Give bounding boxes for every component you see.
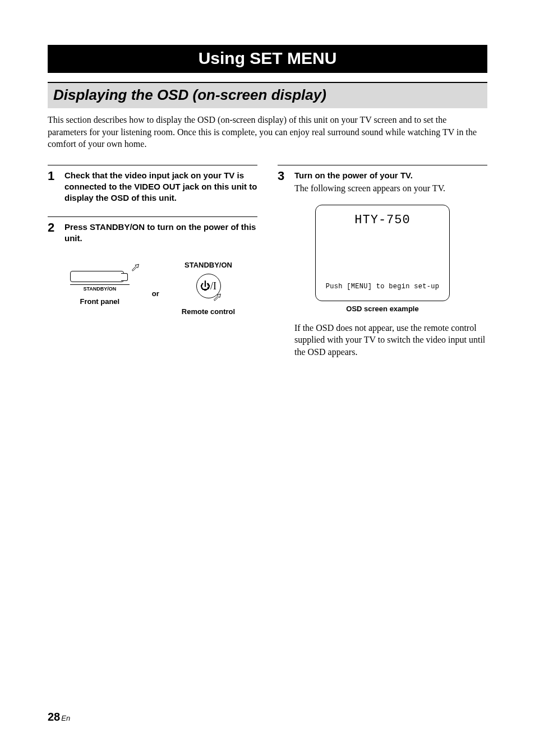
pointer-arrow-icon [131,262,140,271]
page-number: 28 [48,711,60,723]
right-column: 3 Turn on the power of your TV. The foll… [278,165,487,371]
step-2-illustration: STANDBY/ON Front panel or STANDBY/ON ⏻/I… [48,261,257,316]
step-instruction: Turn on the power of your TV. [294,170,445,181]
front-panel-caption: Front panel [80,297,119,306]
step-1: 1 Check that the video input jack on you… [48,165,257,204]
step-3-followup: If the OSD does not appear, use the remo… [294,322,487,358]
front-panel-button-drawing: STANDBY/ON [70,271,130,292]
step-number: 3 [278,170,287,182]
intro-paragraph: This section describes how to display th… [48,114,487,150]
osd-prompt-text: Push [MENU] to begin set-up [326,283,440,291]
step-number: 1 [48,170,57,182]
section-title: Displaying the OSD (on-screen display) [48,82,487,108]
chapter-title: Using SET MENU [48,45,487,73]
step-2: 2 Press STANDBY/ON to turn on the power … [48,216,257,316]
or-separator: or [152,289,159,298]
step-number: 2 [48,222,57,234]
left-column: 1 Check that the video input jack on you… [48,165,257,371]
power-button-icon: ⏻/I [196,274,221,298]
osd-caption: OSD screen example [278,305,487,313]
osd-screen-example: HTY-750 Push [MENU] to begin set-up [315,205,450,301]
page-language: En [61,714,70,722]
step-instruction: Check that the video input jack on your … [64,170,257,204]
power-glyph-icon: ⏻/I [200,281,216,291]
osd-model-text: HTY-750 [354,213,410,227]
remote-button-label: STANDBY/ON [185,261,232,269]
front-panel-button-label: STANDBY/ON [83,286,116,292]
pointer-arrow-icon [213,292,222,301]
step-instruction: Press STANDBY/ON to turn on the power of… [64,222,257,245]
page-footer: 28En [48,711,70,723]
remote-control-caption: Remote control [182,307,235,316]
step-subtext: The following screen appears on your TV. [294,182,445,195]
remote-control-illustration: STANDBY/ON ⏻/I Remote control [182,261,235,316]
step-3: 3 Turn on the power of your TV. The foll… [278,165,487,358]
two-column-layout: 1 Check that the video input jack on you… [48,165,487,371]
front-panel-illustration: STANDBY/ON Front panel [70,271,130,306]
